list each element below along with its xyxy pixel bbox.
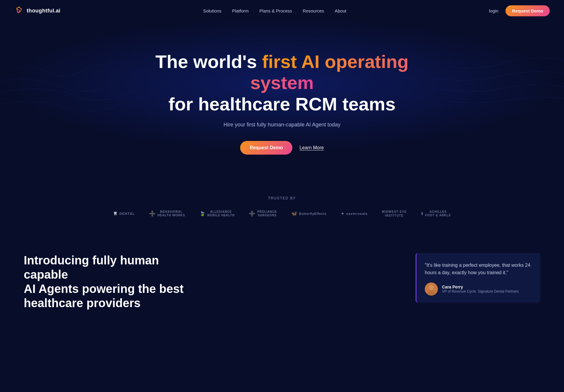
request-demo-hero-button[interactable]: Request Demo [240,141,292,155]
logo-allegiance: 🍃 AllegianceMOBILE HEALTH [199,210,235,217]
nav-platform[interactable]: Platform [232,8,249,13]
logo-butterfly: 🦋 ButterflyEffects [291,211,327,216]
author-name: Cara Perry [442,285,519,289]
brand-name: thoughtful.ai [27,8,61,14]
hero-line2: for healthcare RCM teams [169,94,396,114]
logo-behavioral: ➕ BEHAVIORALHEALTH WORKS [149,210,185,217]
testimonial-author: Cara Perry VP of Revenue Cycle, Signatur… [425,283,532,296]
hero-headline: The world's first AI operating system fo… [148,51,416,115]
trusted-label: TRUSTED BY [14,196,550,200]
logo-dental-text: DENTAL [119,212,135,215]
bottom-heading-line2: AI Agents powering the best [24,282,184,295]
avatar-image [425,283,438,296]
logo-midwest-text: MIDWEST EYEINSTITUTE [382,210,407,218]
logo-behavioral-text: BEHAVIORALHEALTH WORKS [158,210,185,217]
logo-butterfly-text: ButterflyEffects [299,212,327,215]
bottom-section: Introducing fully human capable AI Agent… [0,229,564,328]
author-avatar [425,283,438,296]
logo-achilles-text: ACHILLESFOOT & ANKLE [425,210,451,217]
testimonial-quote: "It's like training a perfect employee, … [425,261,532,277]
bottom-right: "It's like training a perfect employee, … [416,253,540,303]
hero-first-word: first [262,51,297,72]
hero-content: The world's first AI operating system fo… [14,51,550,155]
svg-point-3 [429,285,434,290]
nav-resources[interactable]: Resources [303,8,324,13]
nav-solutions[interactable]: Solutions [203,8,221,13]
logo-proliance: ➕ ProlianceSurgeons [249,210,277,217]
trusted-section: TRUSTED BY 🦷 DENTAL ➕ BEHAVIORALHEALTH W… [0,178,564,229]
nav-plans-process[interactable]: Plans & Process [259,8,292,13]
logo[interactable]: thoughtful.ai [14,6,61,15]
logo-achilles: ⚕ ACHILLESFOOT & ANKLE [421,210,451,217]
bottom-heading-line1: Introducing fully human capable [24,254,159,281]
nav-links: Solutions Platform Plans & Process Resou… [203,8,346,13]
request-demo-nav-button[interactable]: Request Demo [506,5,550,16]
logo-proliance-text: ProlianceSurgeons [257,210,277,217]
hero-cta: Request Demo Learn More [14,141,550,155]
nav-about[interactable]: About [335,8,346,13]
hero-section: The world's first AI operating system fo… [0,21,564,178]
login-link[interactable]: login [489,8,498,13]
bottom-left: Introducing fully human capable AI Agent… [24,253,392,310]
navigation: thoughtful.ai Solutions Platform Plans &… [0,0,564,21]
nav-actions: login Request Demo [489,5,550,16]
testimonial-card: "It's like training a perfect employee, … [416,253,540,303]
hero-subtitle: Hire your first fully human-capable AI A… [14,122,550,128]
svg-point-0 [18,7,20,8]
logo-allegiance-text: AllegianceMOBILE HEALTH [207,210,235,217]
learn-more-button[interactable]: Learn More [300,145,324,150]
logo-icon [14,6,24,15]
author-info: Cara Perry VP of Revenue Cycle, Signatur… [442,285,519,293]
logo-easterseals-text: easterseals [346,212,368,215]
bottom-heading-line3: healthcare providers [24,296,141,310]
bottom-heading: Introducing fully human capable AI Agent… [24,253,196,310]
logos-row: 🦷 DENTAL ➕ BEHAVIORALHEALTH WORKS 🍃 Alle… [14,210,550,218]
logo-midwest: MIDWEST EYEINSTITUTE [382,210,407,218]
logo-easterseals: ✦ easterseals [341,211,368,216]
logo-dental: 🦷 DENTAL [113,212,135,216]
author-title: VP of Revenue Cycle, Signature Dental Pa… [442,289,519,293]
svg-point-1 [21,8,22,9]
